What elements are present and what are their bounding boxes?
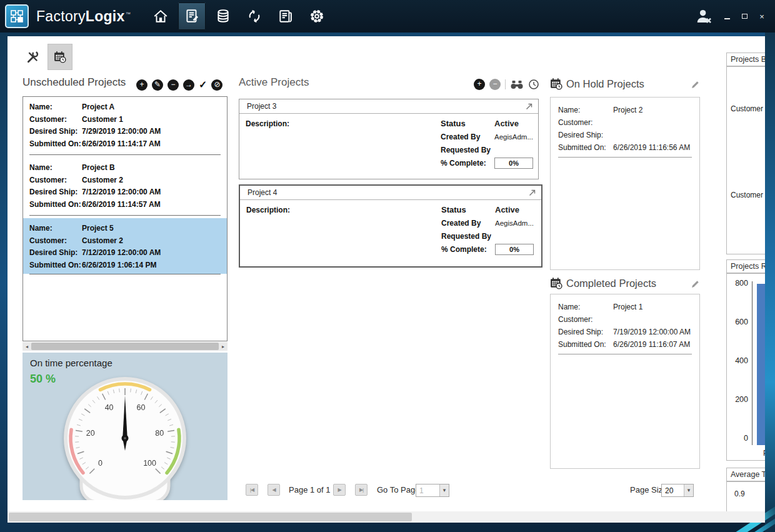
binoculars-icon[interactable] bbox=[510, 80, 524, 89]
field-value: Customer 1 bbox=[82, 114, 221, 126]
goto-page-combo[interactable]: 1 ▾ bbox=[416, 484, 449, 497]
field-value: Project 5 bbox=[82, 223, 221, 235]
close-button[interactable]: × bbox=[758, 11, 766, 21]
active-toolbar: + − bbox=[474, 79, 539, 90]
projects-ready-chart: 800 600 400 200 0 P bbox=[726, 273, 765, 461]
project-card-3[interactable]: Project 3 Description: StatusActive Crea… bbox=[239, 99, 539, 179]
field-value: 6/26/2019 1:06:14 PM bbox=[82, 259, 221, 272]
ontime-panel: On time percentage 50 % 020406080100 bbox=[22, 353, 228, 500]
percent-label: % Complete: bbox=[441, 245, 495, 254]
accept-icon[interactable]: ✓ bbox=[199, 79, 207, 91]
field-label: Submitted On: bbox=[29, 259, 82, 272]
card-fields: StatusActive Created ByAegisAdm... Reque… bbox=[441, 117, 537, 169]
nav-tracking-button[interactable] bbox=[241, 3, 268, 30]
history-clock-icon[interactable] bbox=[528, 79, 539, 90]
horizontal-scrollbar[interactable] bbox=[8, 511, 765, 523]
divider bbox=[29, 154, 221, 155]
unscheduled-hscrollbar[interactable]: ◂ ▸ bbox=[22, 342, 228, 351]
scroll-left-icon[interactable]: ◂ bbox=[22, 342, 31, 351]
list-item-project-a[interactable]: Name:Project A Customer:Customer 1 Desir… bbox=[23, 97, 227, 153]
created-by-label: Created By bbox=[441, 219, 495, 228]
expand-icon[interactable] bbox=[526, 103, 532, 110]
field-value: Customer 2 bbox=[82, 174, 221, 187]
nav-home-button[interactable] bbox=[147, 3, 174, 30]
dropdown-arrow-icon: ▾ bbox=[439, 484, 449, 496]
active-title: Active Projects bbox=[239, 76, 309, 89]
field-value: Project 1 bbox=[613, 301, 692, 313]
unscheduled-title: Unscheduled Projects bbox=[22, 76, 126, 89]
field-value: 7/12/2019 12:00:00 AM bbox=[82, 247, 221, 259]
user-button[interactable] bbox=[695, 8, 714, 24]
tab-tools[interactable] bbox=[20, 44, 45, 70]
card-header: Project 3 bbox=[239, 99, 538, 114]
field-value: 7/29/2019 12:00:00 AM bbox=[82, 126, 221, 138]
field-label: Customer: bbox=[29, 235, 82, 248]
completed-edit-icon[interactable] bbox=[691, 279, 700, 289]
window-frame-right bbox=[765, 33, 775, 532]
field-label: Customer: bbox=[29, 114, 82, 126]
ontime-gauge: 020406080100 bbox=[55, 368, 195, 500]
add-icon[interactable]: + bbox=[136, 79, 148, 91]
add-icon[interactable]: + bbox=[474, 79, 485, 90]
created-by-value: AegisAdm... bbox=[494, 133, 537, 141]
user-icon bbox=[695, 8, 714, 24]
average-title: Average T bbox=[731, 470, 765, 479]
expand-icon[interactable] bbox=[529, 189, 536, 196]
scrollbar-thumb[interactable] bbox=[9, 513, 412, 521]
last-page-button[interactable]: ▶| bbox=[355, 484, 368, 496]
nav-data-button[interactable] bbox=[209, 3, 237, 30]
scroll-right-icon[interactable]: ▸ bbox=[219, 342, 228, 351]
prev-page-button[interactable]: ◀ bbox=[268, 484, 280, 496]
minimize-button[interactable] bbox=[722, 11, 731, 21]
edit-icon[interactable]: ✎ bbox=[152, 79, 163, 91]
field-label: Customer: bbox=[558, 313, 613, 326]
unscheduled-list: Name:Project A Customer:Customer 1 Desir… bbox=[22, 96, 228, 341]
page-size-combo[interactable]: 20 ▾ bbox=[661, 484, 694, 497]
svg-text:0: 0 bbox=[98, 459, 102, 468]
divider bbox=[505, 79, 506, 89]
cancel-icon[interactable]: ⊘ bbox=[211, 79, 222, 91]
chart-category: Customer 2 bbox=[731, 191, 765, 199]
unscheduled-toolbar: + ✎ − → ✓ ⊘ bbox=[136, 79, 222, 91]
remove-icon-disabled[interactable]: − bbox=[489, 79, 501, 90]
calendar-icon bbox=[54, 51, 66, 63]
next-page-button[interactable]: ▶ bbox=[333, 484, 346, 496]
onhold-edit-icon[interactable] bbox=[691, 80, 700, 89]
field-value: Project 2 bbox=[613, 104, 692, 116]
field-label: Name: bbox=[558, 104, 613, 116]
status-label: Status bbox=[441, 205, 495, 214]
average-header: Average T bbox=[726, 468, 765, 481]
promote-icon[interactable]: → bbox=[183, 79, 194, 91]
scrollbar-thumb[interactable] bbox=[31, 343, 219, 350]
projects-ready-header: Projects R bbox=[726, 259, 765, 273]
status-label: Status bbox=[441, 119, 494, 128]
y-tick: 0.9 bbox=[734, 489, 745, 498]
remove-icon[interactable]: − bbox=[168, 79, 179, 91]
field-label: Submitted On: bbox=[558, 338, 613, 351]
list-item-project-1[interactable]: Name:Project 1 Customer: Desired Ship:7/… bbox=[558, 301, 692, 354]
first-page-button[interactable]: |◀ bbox=[246, 484, 258, 496]
dropdown-arrow-icon: ▾ bbox=[684, 484, 693, 496]
list-item-project-5-selected[interactable]: Name:Project 5 Customer:Customer 2 Desir… bbox=[23, 218, 227, 274]
nav-reports-button[interactable] bbox=[272, 3, 299, 30]
onhold-title: On Hold Projects bbox=[566, 78, 644, 90]
gear-icon bbox=[309, 8, 325, 24]
percent-complete-box: 0% bbox=[494, 158, 533, 169]
card-header: Project 4 bbox=[240, 186, 541, 200]
ontime-value: 50 % bbox=[30, 373, 56, 386]
list-item-project-b[interactable]: Name:Project B Customer:Customer 2 Desir… bbox=[23, 158, 227, 213]
list-item-project-2[interactable]: Name:Project 2 Customer: Desired Ship: S… bbox=[558, 104, 692, 158]
projects-by-chart: Customer 1 Customer 2 bbox=[726, 66, 765, 254]
field-value bbox=[613, 313, 692, 326]
project-card-4-selected[interactable]: Project 4 Description: StatusActive Crea… bbox=[239, 184, 542, 268]
field-value: 6/26/2019 11:14:17 AM bbox=[82, 138, 221, 151]
brand-tm: ™ bbox=[126, 11, 131, 17]
field-label: Submitted On: bbox=[558, 141, 613, 154]
top-bar: FactoryLogix™ bbox=[0, 0, 775, 33]
maximize-button[interactable] bbox=[740, 11, 749, 21]
average-chart: 0.9 bbox=[726, 481, 765, 511]
nav-planning-button[interactable] bbox=[178, 3, 206, 30]
nav-settings-button[interactable] bbox=[303, 3, 331, 30]
chart-bar bbox=[757, 284, 765, 445]
tab-scheduling[interactable] bbox=[48, 44, 72, 70]
